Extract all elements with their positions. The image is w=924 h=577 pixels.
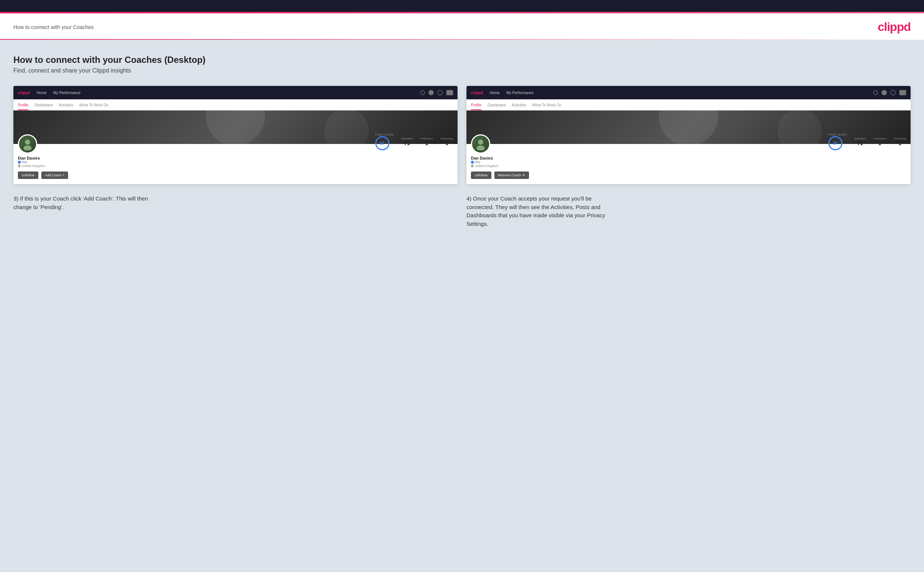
clippd-logo: clippd — [878, 20, 911, 34]
mock-stat-activities-right: Activities 71 — [854, 137, 866, 146]
mock-tabs-right: Profile Dashboard Activities What To Wor… — [467, 99, 911, 111]
mock-stat-following-right: Following 1 — [893, 137, 906, 146]
settings-icon-left[interactable] — [438, 90, 443, 95]
mock-stat-following-value-left: 1 — [440, 140, 453, 146]
mock-stat-followers-label-right: Followers — [873, 137, 886, 140]
mock-stat-activities-label-left: Activities — [401, 137, 413, 140]
close-icon-right: ✕ — [522, 173, 525, 177]
mock-stats-right: Player Quality 97 Activities 71 Follower… — [802, 133, 906, 150]
flag-icon-left[interactable] — [446, 90, 453, 95]
header-title: How to connect with your Coaches — [13, 24, 94, 30]
flag-icon-right[interactable] — [900, 90, 906, 95]
add-coach-label-left: Add Coach — [45, 173, 62, 177]
mock-quality-value-right: 97 — [833, 141, 837, 145]
mock-quality-value-left: 97 — [380, 141, 384, 145]
plus-icon-left: + — [63, 173, 65, 177]
mock-stat-quality-left: Player Quality 97 — [375, 133, 394, 150]
mock-stat-activities-label-right: Activities — [854, 137, 866, 140]
unfollow-button-right[interactable]: Unfollow — [471, 171, 491, 179]
mock-nav-right-left — [420, 90, 453, 95]
tab-what-to-work-on-right[interactable]: What To Work On — [532, 102, 562, 110]
add-coach-button-left[interactable]: Add Coach + — [41, 171, 68, 179]
mock-profile-left: Dan Davies Pro United Kingdom — [13, 144, 457, 184]
mock-stat-activities-left: Activities 71 — [401, 137, 413, 146]
description-text-left: 3) If this is your Coach click 'Add Coac… — [13, 195, 155, 211]
mock-name-right: Dan Davies — [471, 156, 499, 160]
screenshot-left: clippd Home My Performance Profile Dashb… — [13, 86, 457, 184]
tab-profile-right[interactable]: Profile — [471, 102, 481, 110]
svg-point-3 — [478, 140, 483, 145]
mock-stat-following-left: Following 1 — [440, 137, 453, 146]
description-col-left: 3) If this is your Coach click 'Add Coac… — [13, 195, 457, 228]
mock-role-label-left: Pro — [22, 160, 27, 164]
mock-stat-followers-value-right: 1 — [873, 140, 886, 146]
mock-nav-performance-left: My Performance — [53, 91, 81, 95]
mock-buttons-right: Unfollow Remove Coach ✕ — [471, 171, 906, 179]
mock-nav-right: clippd Home My Performance — [467, 86, 911, 99]
screenshots-row: clippd Home My Performance Profile Dashb… — [13, 86, 911, 184]
svg-point-5 — [471, 161, 474, 164]
mock-stat-followers-right: Followers 1 — [873, 137, 886, 146]
section-title: How to connect with your Coaches (Deskto… — [13, 55, 911, 65]
screenshot-right: clippd Home My Performance Profile Dashb… — [467, 86, 911, 184]
description-col-right: 4) Once your Coach accepts your request … — [467, 195, 911, 228]
svg-point-1 — [23, 145, 32, 150]
mock-buttons-left: Unfollow Add Coach + — [18, 171, 453, 179]
tab-what-to-work-on-left[interactable]: What To Work On — [79, 102, 109, 110]
mock-stat-quality-label-left: Player Quality — [375, 133, 394, 136]
footer: Copyright Clippd 2022 — [0, 572, 924, 577]
tab-dashboard-left[interactable]: Dashboard — [34, 102, 52, 110]
tab-profile-left[interactable]: Profile — [18, 102, 28, 110]
mock-location-left: United Kingdom — [18, 164, 45, 168]
mock-avatar-left — [18, 134, 37, 154]
mock-stats-left: Player Quality 97 Activities 71 Follower… — [349, 133, 453, 150]
mock-profile-info-right: Dan Davies Pro United Kingdom — [471, 156, 499, 168]
mock-role-left: Pro — [18, 160, 45, 164]
tab-dashboard-right[interactable]: Dashboard — [487, 102, 506, 110]
mock-tabs-left: Profile Dashboard Activities What To Wor… — [13, 99, 457, 111]
mock-stat-followers-value-left: 1 — [420, 140, 433, 146]
tab-activities-left[interactable]: Activities — [58, 102, 73, 110]
mock-profile-info-left: Dan Davies Pro United Kingdom — [18, 156, 45, 168]
unfollow-button-left[interactable]: Unfollow — [18, 171, 38, 179]
mock-stat-following-label-right: Following — [893, 137, 906, 140]
mock-nav-performance-right: My Performance — [506, 91, 533, 95]
mock-profile-right: Dan Davies Pro United Kingdom — [467, 144, 911, 184]
settings-icon-right[interactable] — [890, 90, 896, 95]
header: How to connect with your Coaches clippd — [0, 13, 924, 39]
mock-stat-activities-value-left: 71 — [401, 140, 413, 146]
mock-stat-followers-label-left: Followers — [420, 137, 433, 140]
mock-location-right: United Kingdom — [471, 164, 499, 168]
search-icon-left[interactable] — [420, 90, 425, 95]
svg-point-2 — [18, 161, 21, 164]
remove-coach-button-right[interactable]: Remove Coach ✕ — [494, 171, 529, 179]
user-icon-right[interactable] — [882, 90, 887, 95]
mock-location-label-right: United Kingdom — [475, 164, 499, 168]
mock-nav-home-left: Home — [37, 91, 47, 95]
mock-stat-activities-value-right: 71 — [854, 140, 866, 146]
mock-stat-following-value-right: 1 — [893, 140, 906, 146]
user-icon-left[interactable] — [428, 90, 434, 95]
mock-nav-left: clippd Home My Performance — [13, 86, 457, 99]
mock-logo-right: clippd — [471, 90, 483, 95]
top-bar — [0, 0, 924, 12]
mock-role-right: Pro — [471, 160, 499, 164]
svg-point-0 — [25, 140, 30, 145]
main-content: How to connect with your Coaches (Deskto… — [0, 40, 924, 572]
mock-role-label-right: Pro — [475, 160, 480, 164]
mock-quality-circle-right: 97 — [828, 136, 842, 150]
mock-name-left: Dan Davies — [18, 156, 45, 160]
search-icon-right[interactable] — [873, 90, 878, 95]
mock-avatar-right — [471, 134, 490, 154]
section-subtitle: Find, connect and share your Clippd insi… — [13, 67, 911, 74]
descriptions-row: 3) If this is your Coach click 'Add Coac… — [13, 195, 911, 228]
mock-stat-quality-right: Player Quality 97 — [828, 133, 847, 150]
mock-stat-followers-left: Followers 1 — [420, 137, 433, 146]
description-text-right: 4) Once your Coach accepts your request … — [467, 195, 608, 228]
svg-point-4 — [477, 145, 485, 150]
mock-nav-right-right — [873, 90, 906, 95]
mock-quality-circle-left: 97 — [375, 136, 389, 150]
tab-activities-right[interactable]: Activities — [512, 102, 526, 110]
mock-logo-left: clippd — [18, 90, 30, 95]
mock-nav-home-right: Home — [489, 91, 499, 95]
